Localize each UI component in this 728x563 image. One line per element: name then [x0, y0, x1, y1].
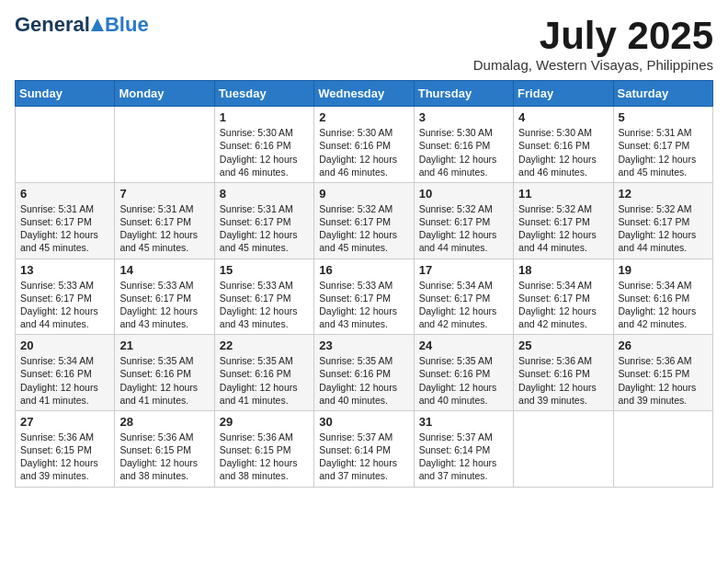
- calendar-cell: 26Sunrise: 5:36 AM Sunset: 6:15 PM Dayli…: [613, 335, 712, 411]
- calendar-cell: 6Sunrise: 5:31 AM Sunset: 6:17 PM Daylig…: [16, 182, 115, 259]
- day-header-sunday: Sunday: [16, 81, 115, 107]
- day-number: 30: [319, 415, 408, 429]
- calendar-week-row: 6Sunrise: 5:31 AM Sunset: 6:17 PM Daylig…: [16, 182, 713, 259]
- month-title: July 2025: [473, 15, 713, 57]
- calendar-week-row: 1Sunrise: 5:30 AM Sunset: 6:16 PM Daylig…: [16, 107, 713, 183]
- cell-info: Sunrise: 5:34 AM Sunset: 6:16 PM Dayligh…: [619, 279, 708, 331]
- calendar-table: SundayMondayTuesdayWednesdayThursdayFrid…: [15, 80, 713, 487]
- calendar-cell: 25Sunrise: 5:36 AM Sunset: 6:16 PM Dayli…: [514, 335, 613, 411]
- calendar-cell: 27Sunrise: 5:36 AM Sunset: 6:15 PM Dayli…: [16, 410, 115, 487]
- calendar-cell: 8Sunrise: 5:31 AM Sunset: 6:17 PM Daylig…: [214, 182, 313, 259]
- day-number: 29: [220, 415, 309, 429]
- cell-info: Sunrise: 5:32 AM Sunset: 6:17 PM Dayligh…: [518, 202, 608, 255]
- cell-info: Sunrise: 5:34 AM Sunset: 6:17 PM Dayligh…: [419, 279, 508, 331]
- cell-info: Sunrise: 5:36 AM Sunset: 6:15 PM Dayligh…: [619, 354, 708, 407]
- cell-info: Sunrise: 5:32 AM Sunset: 6:17 PM Dayligh…: [619, 202, 708, 255]
- day-number: 14: [119, 263, 209, 277]
- day-number: 23: [319, 339, 408, 352]
- logo-blue-text: Blue: [105, 15, 149, 35]
- calendar-week-row: 27Sunrise: 5:36 AM Sunset: 6:15 PM Dayli…: [16, 410, 713, 487]
- day-number: 9: [319, 187, 408, 201]
- day-number: 15: [220, 263, 309, 277]
- calendar-cell: 9Sunrise: 5:32 AM Sunset: 6:17 PM Daylig…: [314, 182, 414, 259]
- cell-info: Sunrise: 5:35 AM Sunset: 6:16 PM Dayligh…: [119, 354, 209, 407]
- cell-info: Sunrise: 5:31 AM Sunset: 6:17 PM Dayligh…: [619, 126, 708, 178]
- day-number: 5: [619, 110, 708, 124]
- day-number: 6: [20, 187, 109, 201]
- cell-info: Sunrise: 5:32 AM Sunset: 6:17 PM Dayligh…: [319, 202, 408, 255]
- day-number: 8: [220, 187, 309, 201]
- cell-info: Sunrise: 5:33 AM Sunset: 6:17 PM Dayligh…: [20, 279, 109, 331]
- day-number: 25: [518, 339, 608, 352]
- calendar-cell: 4Sunrise: 5:30 AM Sunset: 6:16 PM Daylig…: [514, 107, 613, 183]
- cell-info: Sunrise: 5:37 AM Sunset: 6:14 PM Dayligh…: [419, 431, 508, 483]
- cell-info: Sunrise: 5:36 AM Sunset: 6:15 PM Dayligh…: [119, 431, 209, 483]
- day-number: 20: [20, 339, 109, 352]
- day-number: 27: [20, 415, 109, 429]
- logo-icon: [91, 18, 104, 31]
- title-block: July 2025 Dumalag, Western Visayas, Phil…: [473, 15, 713, 73]
- calendar-cell: 7Sunrise: 5:31 AM Sunset: 6:17 PM Daylig…: [115, 182, 214, 259]
- day-header-thursday: Thursday: [414, 81, 513, 107]
- calendar-cell: 30Sunrise: 5:37 AM Sunset: 6:14 PM Dayli…: [314, 410, 414, 487]
- day-number: 11: [518, 187, 608, 201]
- logo-general-text: General: [15, 15, 90, 35]
- calendar-cell: 19Sunrise: 5:34 AM Sunset: 6:16 PM Dayli…: [613, 259, 712, 335]
- calendar-week-row: 20Sunrise: 5:34 AM Sunset: 6:16 PM Dayli…: [16, 335, 713, 411]
- cell-info: Sunrise: 5:33 AM Sunset: 6:17 PM Dayligh…: [119, 279, 209, 331]
- day-number: 2: [319, 110, 408, 124]
- calendar-cell: 10Sunrise: 5:32 AM Sunset: 6:17 PM Dayli…: [414, 182, 513, 259]
- calendar-cell: [115, 107, 214, 183]
- day-number: 31: [419, 415, 508, 429]
- day-number: 4: [518, 110, 608, 124]
- day-header-monday: Monday: [115, 81, 214, 107]
- day-number: 1: [220, 110, 309, 124]
- day-number: 21: [119, 339, 209, 352]
- calendar-week-row: 13Sunrise: 5:33 AM Sunset: 6:17 PM Dayli…: [16, 259, 713, 335]
- cell-info: Sunrise: 5:30 AM Sunset: 6:16 PM Dayligh…: [319, 126, 408, 178]
- cell-info: Sunrise: 5:35 AM Sunset: 6:16 PM Dayligh…: [220, 354, 309, 407]
- cell-info: Sunrise: 5:35 AM Sunset: 6:16 PM Dayligh…: [319, 354, 408, 407]
- calendar-cell: 23Sunrise: 5:35 AM Sunset: 6:16 PM Dayli…: [314, 335, 414, 411]
- day-header-friday: Friday: [514, 81, 613, 107]
- day-number: 3: [419, 110, 508, 124]
- day-number: 18: [518, 263, 608, 277]
- day-number: 19: [619, 263, 708, 277]
- cell-info: Sunrise: 5:34 AM Sunset: 6:17 PM Dayligh…: [518, 279, 608, 331]
- calendar-cell: 2Sunrise: 5:30 AM Sunset: 6:16 PM Daylig…: [314, 107, 414, 183]
- day-number: 17: [419, 263, 508, 277]
- calendar-cell: 20Sunrise: 5:34 AM Sunset: 6:16 PM Dayli…: [16, 335, 115, 411]
- cell-info: Sunrise: 5:31 AM Sunset: 6:17 PM Dayligh…: [20, 202, 109, 255]
- cell-info: Sunrise: 5:35 AM Sunset: 6:16 PM Dayligh…: [419, 354, 508, 407]
- calendar-cell: 24Sunrise: 5:35 AM Sunset: 6:16 PM Dayli…: [414, 335, 513, 411]
- day-number: 22: [220, 339, 309, 352]
- day-number: 24: [419, 339, 508, 352]
- calendar-cell: 31Sunrise: 5:37 AM Sunset: 6:14 PM Dayli…: [414, 410, 513, 487]
- calendar-cell: 15Sunrise: 5:33 AM Sunset: 6:17 PM Dayli…: [214, 259, 313, 335]
- day-number: 13: [20, 263, 109, 277]
- cell-info: Sunrise: 5:31 AM Sunset: 6:17 PM Dayligh…: [220, 202, 309, 255]
- day-header-saturday: Saturday: [613, 81, 712, 107]
- day-number: 28: [119, 415, 209, 429]
- cell-info: Sunrise: 5:34 AM Sunset: 6:16 PM Dayligh…: [20, 354, 109, 407]
- cell-info: Sunrise: 5:30 AM Sunset: 6:16 PM Dayligh…: [220, 126, 309, 178]
- logo: General Blue: [15, 15, 149, 35]
- calendar-cell: 16Sunrise: 5:33 AM Sunset: 6:17 PM Dayli…: [314, 259, 414, 335]
- cell-info: Sunrise: 5:36 AM Sunset: 6:15 PM Dayligh…: [20, 431, 109, 483]
- day-number: 16: [319, 263, 408, 277]
- day-number: 26: [619, 339, 708, 352]
- calendar-cell: 14Sunrise: 5:33 AM Sunset: 6:17 PM Dayli…: [115, 259, 214, 335]
- calendar-cell: 22Sunrise: 5:35 AM Sunset: 6:16 PM Dayli…: [214, 335, 313, 411]
- calendar-cell: 29Sunrise: 5:36 AM Sunset: 6:15 PM Dayli…: [214, 410, 313, 487]
- calendar-cell: 21Sunrise: 5:35 AM Sunset: 6:16 PM Dayli…: [115, 335, 214, 411]
- calendar-cell: 28Sunrise: 5:36 AM Sunset: 6:15 PM Dayli…: [115, 410, 214, 487]
- calendar-cell: [613, 410, 712, 487]
- cell-info: Sunrise: 5:30 AM Sunset: 6:16 PM Dayligh…: [518, 126, 608, 178]
- calendar-cell: 12Sunrise: 5:32 AM Sunset: 6:17 PM Dayli…: [613, 182, 712, 259]
- day-number: 7: [119, 187, 209, 201]
- calendar-cell: 1Sunrise: 5:30 AM Sunset: 6:16 PM Daylig…: [214, 107, 313, 183]
- calendar-cell: [16, 107, 115, 183]
- cell-info: Sunrise: 5:37 AM Sunset: 6:14 PM Dayligh…: [319, 431, 408, 483]
- day-header-wednesday: Wednesday: [314, 81, 414, 107]
- calendar-body: 1Sunrise: 5:30 AM Sunset: 6:16 PM Daylig…: [16, 107, 713, 487]
